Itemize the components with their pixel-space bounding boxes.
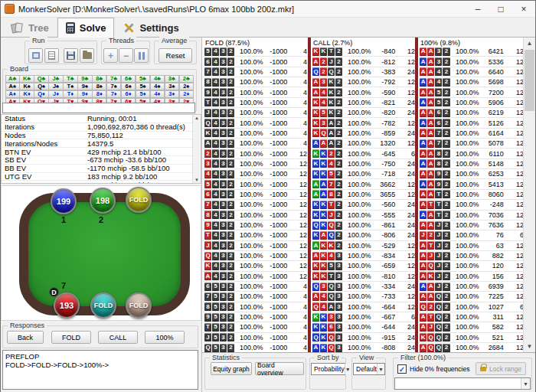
board-card-9c[interactable]: 9♣: [77, 75, 92, 83]
scroll-up-icon[interactable]: ▲: [524, 38, 535, 49]
board-card-Qd[interactable]: Q♦: [34, 90, 48, 99]
seat-4[interactable]: 193: [54, 292, 80, 318]
fold-button[interactable]: FOLD: [51, 331, 91, 344]
board-overview-button[interactable]: Board overview: [255, 362, 304, 375]
hand-row[interactable]: Q432100.0%-10004: [203, 118, 307, 128]
board-card-7c[interactable]: 7♣: [106, 75, 121, 83]
scroll-up-icon[interactable]: ▲: [194, 116, 199, 120]
board-card-Ac[interactable]: A♣: [5, 75, 20, 83]
board-card-4s[interactable]: 4♠: [150, 83, 165, 91]
hand-row[interactable]: AA42100.0%664012: [418, 67, 524, 77]
hand-row[interactable]: KK52100.0%-71824: [311, 169, 415, 179]
seat-5[interactable]: FOLD: [90, 292, 116, 318]
hand-row[interactable]: AAJ2100.0%693912: [418, 282, 524, 292]
board-input[interactable]: [2, 103, 195, 113]
hand-row[interactable]: KKT3100.0%-81012: [311, 272, 415, 282]
board-card-As[interactable]: A♠: [5, 83, 20, 91]
tab-solve[interactable]: Solve: [57, 18, 115, 38]
hand-row[interactable]: AA72100.0%507812: [418, 139, 524, 149]
reset-button[interactable]: Reset: [159, 48, 192, 63]
maximize-button[interactable]: □: [489, 1, 512, 17]
hand-row[interactable]: AA92100.0%541312: [418, 179, 524, 189]
board-card-Ts[interactable]: T♠: [63, 83, 77, 91]
hand-row[interactable]: 9532100.0%-10004: [203, 312, 307, 322]
board-card-Td[interactable]: T♦: [63, 90, 77, 99]
board-card-7d[interactable]: 7♦: [106, 90, 121, 99]
hand-row[interactable]: AA62100.0%512612: [418, 118, 524, 128]
hand-row[interactable]: AA82100.0%611012: [418, 149, 524, 158]
board-card-4d[interactable]: 4♦: [150, 90, 165, 99]
hand-row[interactable]: AA52100.0%720012: [418, 87, 524, 97]
board-card-4c[interactable]: 4♣: [150, 75, 165, 83]
board-card-Tc[interactable]: T♣: [63, 75, 77, 83]
remove-thread-button[interactable]: −: [119, 48, 133, 63]
board-card-2s[interactable]: 2♠: [179, 83, 194, 91]
board-card-Qc[interactable]: Q♣: [34, 75, 48, 83]
hand-row[interactable]: Q2Q2100.0%-38324: [311, 67, 415, 77]
board-card-5d[interactable]: 5♦: [136, 90, 150, 99]
board-card-Ks[interactable]: K♠: [19, 83, 34, 91]
hand-row[interactable]: AA62100.0%621912: [418, 108, 524, 118]
hand-row[interactable]: AAJ2100.0%763612: [418, 220, 524, 230]
back-button[interactable]: Back: [7, 331, 44, 344]
hand-row[interactable]: AAQ2100.0%722512: [418, 292, 524, 302]
hand-row[interactable]: J532100.0%-10004: [203, 333, 307, 343]
hand-row[interactable]: 8532100.0%-10004: [203, 302, 307, 312]
hand-row[interactable]: AQJ2100.0%12012: [418, 261, 524, 271]
hand-row[interactable]: KK53100.0%-65912: [311, 261, 415, 271]
hand-row[interactable]: KKJ2100.0%-55524: [311, 211, 415, 220]
hand-row[interactable]: AA42100.0%569812: [418, 77, 524, 87]
hide-0-frequencies-checkbox[interactable]: ✓ Hide 0% frequencies: [397, 364, 469, 374]
board-card-8d[interactable]: 8♦: [92, 90, 106, 99]
history-box[interactable]: PREFLOP FOLD->FOLD->FOLD->100%->: [2, 350, 198, 390]
hand-row[interactable]: AAT2100.0%703612: [418, 211, 524, 220]
board-card-Kd[interactable]: K♦: [19, 90, 34, 99]
hand-row[interactable]: ATQ2100.0%31112: [418, 312, 524, 322]
hand-row[interactable]: AA92100.0%625312: [418, 169, 524, 179]
pause-button[interactable]: [134, 48, 149, 63]
sort-by-dropdown[interactable]: Probability ▼: [311, 363, 345, 375]
hand-row[interactable]: 6432100.0%-10004: [203, 57, 307, 67]
hand-row[interactable]: KKT2100.0%-84012: [311, 47, 415, 57]
board-card-3d[interactable]: 3♦: [165, 90, 179, 99]
board-card-3s[interactable]: 3♠: [165, 83, 179, 91]
board-card-2d[interactable]: 2♦: [179, 90, 194, 99]
hand-row[interactable]: KK22100.0%-6456: [311, 149, 415, 158]
hand-row[interactable]: J432100.0%-10004: [203, 108, 307, 118]
run-button[interactable]: [28, 48, 43, 63]
hand-row[interactable]: QKQ3100.0%-91524: [311, 333, 415, 343]
hand-row[interactable]: 7532100.0%-10004: [203, 292, 307, 302]
hand-row[interactable]: Q2Q2100.0%10276: [418, 302, 524, 312]
board-card-Js[interactable]: J♠: [48, 83, 63, 91]
open-button[interactable]: [80, 48, 94, 63]
hand-row[interactable]: A3K2100.0%-79212: [311, 77, 415, 87]
tab-tree[interactable]: Tree: [3, 18, 57, 37]
board-card-Qs[interactable]: Q♠: [34, 83, 48, 91]
status-scrollbar[interactable]: ▲▼: [192, 115, 201, 183]
board-card-7s[interactable]: 7♠: [106, 83, 121, 91]
hand-row[interactable]: A432100.0%-100012: [203, 272, 307, 282]
hand-row[interactable]: AKJ2100.0%15612: [418, 272, 524, 282]
hand-row[interactable]: T432100.0%-10004: [203, 98, 307, 108]
hand-row[interactable]: AA82100.0%365512: [311, 190, 415, 200]
add-thread-button[interactable]: +: [103, 48, 118, 63]
call-button[interactable]: CALL: [98, 331, 138, 344]
hand-row[interactable]: AA72100.0%616412: [418, 129, 524, 139]
hand-row[interactable]: KQA2100.0%-85924: [311, 129, 415, 139]
seat-3[interactable]: FOLD: [126, 187, 152, 213]
board-card-5c[interactable]: 5♣: [136, 75, 150, 83]
hand-row[interactable]: A4Q3100.0%-73312: [311, 292, 415, 302]
hand-row[interactable]: K432100.0%-100012: [203, 261, 307, 271]
minimize-button[interactable]: –: [466, 1, 489, 17]
hand-row[interactable]: AQQ2100.0%268412: [418, 343, 524, 352]
hand-row[interactable]: 7432100.0%-100012: [203, 200, 307, 210]
board-card-9d[interactable]: 9♦: [77, 90, 92, 99]
scroll-down-icon[interactable]: ▼: [194, 178, 199, 182]
hand-row[interactable]: AAT2100.0%806012: [418, 190, 524, 200]
hand-row[interactable]: Q532100.0%-10004: [203, 343, 307, 352]
board-card-6d[interactable]: 6♦: [121, 90, 136, 99]
hand-row[interactable]: T532100.0%-10004: [203, 322, 307, 332]
hand-row[interactable]: AJQ2100.0%58212: [418, 322, 524, 332]
hands-scrollbar[interactable]: ▲ ▼: [523, 38, 535, 352]
hand-row[interactable]: KKT2100.0%-56024: [311, 200, 415, 210]
